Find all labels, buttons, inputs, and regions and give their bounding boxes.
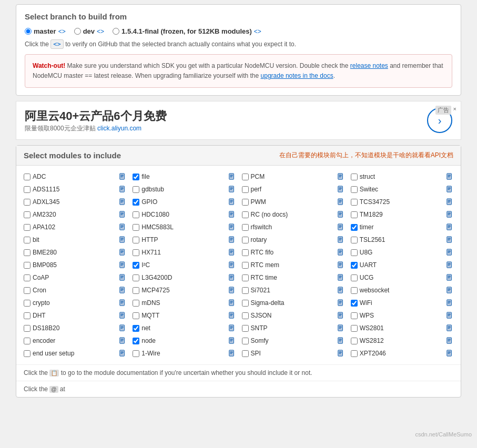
module-checkbox[interactable] [24, 350, 31, 357]
module-checkbox[interactable] [133, 350, 139, 357]
module-item[interactable]: XPT2046 [348, 348, 456, 359]
module-item[interactable]: mDNS [129, 297, 238, 309]
doc-icon[interactable] [228, 211, 236, 218]
module-item[interactable]: ADC [21, 171, 129, 182]
module-checkbox[interactable] [242, 325, 249, 332]
module-checkbox[interactable] [351, 199, 358, 206]
module-checkbox[interactable] [242, 211, 249, 218]
doc-icon[interactable] [446, 223, 453, 231]
module-checkbox[interactable] [351, 211, 358, 218]
doc-icon[interactable] [446, 186, 453, 193]
doc-icon[interactable] [337, 287, 344, 294]
doc-icon[interactable] [228, 261, 236, 269]
doc-icon[interactable] [228, 274, 236, 281]
module-checkbox[interactable] [242, 338, 249, 344]
module-checkbox[interactable] [133, 274, 139, 281]
module-checkbox[interactable] [24, 287, 31, 294]
doc-icon[interactable] [446, 173, 453, 180]
module-item[interactable]: Cron [21, 284, 129, 296]
module-checkbox[interactable] [351, 300, 358, 307]
module-item[interactable]: L3G4200D [129, 272, 238, 283]
doc-icon[interactable] [119, 223, 126, 231]
doc-icon[interactable] [446, 261, 453, 269]
module-item[interactable]: HDC1080 [129, 209, 238, 220]
doc-icon[interactable] [446, 299, 453, 307]
module-item[interactable]: TM1829 [348, 209, 456, 220]
module-item[interactable]: I²C [129, 259, 238, 271]
module-checkbox[interactable] [24, 174, 31, 180]
module-checkbox[interactable] [351, 224, 358, 231]
doc-icon[interactable] [228, 287, 236, 294]
module-item[interactable]: MQTT [129, 310, 238, 321]
module-checkbox[interactable] [242, 237, 249, 243]
module-item[interactable]: net [129, 322, 238, 334]
module-checkbox[interactable] [24, 224, 31, 231]
doc-icon[interactable] [228, 312, 236, 319]
module-item[interactable]: BME280 [21, 247, 129, 258]
module-item[interactable]: SNTP [239, 322, 348, 334]
module-item[interactable]: MCP4725 [129, 284, 238, 296]
doc-icon[interactable] [337, 173, 344, 180]
module-item[interactable]: SPI [239, 348, 348, 359]
doc-icon[interactable] [119, 350, 126, 357]
module-item[interactable]: PCM [239, 171, 348, 182]
module-checkbox[interactable] [133, 287, 139, 294]
module-item[interactable]: GPIO [129, 196, 238, 208]
module-item[interactable]: BMP085 [21, 259, 129, 271]
doc-icon[interactable] [228, 173, 236, 180]
doc-icon[interactable] [119, 173, 126, 180]
module-item[interactable]: Sigma-delta [239, 297, 348, 309]
module-item[interactable]: ADS1115 [21, 184, 129, 195]
doc-icon[interactable] [228, 186, 236, 193]
module-checkbox[interactable] [133, 312, 139, 319]
doc-icon[interactable] [337, 337, 344, 344]
module-item[interactable]: encoder [21, 335, 129, 347]
radio-dev-input[interactable] [74, 28, 81, 35]
doc-icon[interactable] [446, 198, 453, 206]
doc-icon[interactable] [228, 198, 236, 206]
upgrade-notes-link[interactable]: upgrade notes in the docs [261, 72, 333, 79]
module-checkbox[interactable] [24, 300, 31, 307]
doc-icon[interactable] [337, 186, 344, 193]
radio-frozen-input[interactable] [113, 28, 119, 35]
module-checkbox[interactable] [24, 211, 31, 218]
doc-icon[interactable] [119, 249, 126, 256]
module-item[interactable]: SJSON [239, 310, 348, 321]
module-checkbox[interactable] [351, 325, 358, 332]
doc-icon[interactable] [446, 350, 453, 357]
branch-hint-code[interactable]: <> [50, 39, 63, 49]
module-checkbox[interactable] [24, 249, 31, 256]
doc-icon[interactable] [228, 249, 236, 256]
module-item[interactable]: WiFi [348, 297, 456, 309]
module-item[interactable]: rotary [239, 234, 348, 246]
doc-icon[interactable] [228, 350, 236, 357]
module-checkbox[interactable] [242, 199, 249, 206]
module-checkbox[interactable] [242, 350, 249, 357]
doc-icon[interactable] [446, 211, 453, 218]
module-checkbox[interactable] [133, 199, 139, 206]
doc-icon[interactable] [337, 350, 344, 357]
dev-code-icon[interactable]: <> [97, 28, 104, 35]
module-item[interactable]: HMC5883L [129, 221, 238, 233]
module-checkbox[interactable] [351, 338, 358, 344]
module-item[interactable]: Somfy [239, 335, 348, 347]
module-checkbox[interactable] [351, 312, 358, 319]
module-item[interactable]: Switec [348, 184, 456, 195]
module-item[interactable]: rfswitch [239, 221, 348, 233]
doc-icon[interactable] [119, 287, 126, 294]
doc-icon[interactable] [119, 211, 126, 218]
module-checkbox[interactable] [24, 274, 31, 281]
doc-icon[interactable] [119, 186, 126, 193]
doc-icon[interactable] [119, 337, 126, 344]
module-checkbox[interactable] [133, 262, 139, 269]
module-item[interactable]: perf [239, 184, 348, 195]
doc-icon[interactable] [119, 261, 126, 269]
module-checkbox[interactable] [242, 287, 249, 294]
module-checkbox[interactable] [242, 274, 249, 281]
module-checkbox[interactable] [133, 224, 139, 231]
module-checkbox[interactable] [24, 237, 31, 243]
module-item[interactable]: WPS [348, 310, 456, 321]
module-item[interactable]: AM2320 [21, 209, 129, 220]
doc-icon[interactable] [446, 312, 453, 319]
module-item[interactable]: struct [348, 171, 456, 182]
